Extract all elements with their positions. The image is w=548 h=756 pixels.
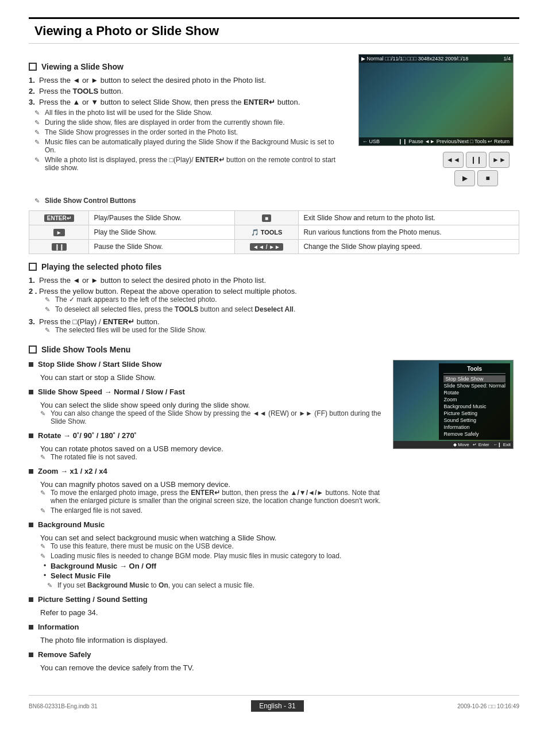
page-title: Viewing a Photo or Slide Show (34, 24, 219, 38)
rotate: Rotate → 0˚/ 90˚ / 180˚ / 270˚ You can r… (29, 431, 381, 461)
page-container: Viewing a Photo or Slide Show Viewing a … (0, 0, 548, 746)
tools-menu-overlay: Tools Stop Slide Show Slide Show Speed :… (439, 363, 510, 440)
top-section: Viewing a Slide Show 1. Press the ◄ or ►… (29, 54, 519, 189)
menu-item-stop: Stop Slide Show (443, 375, 505, 382)
play-step-1: 1. Press the ◄ or ► button to select the… (29, 276, 519, 285)
bullet-icon-6 (29, 597, 33, 602)
control-table: ENTER↵ Play/Pauses the Slide Show. ■ Exi… (29, 210, 519, 254)
remove-safely: Remove Safely You can remove the device … (29, 650, 381, 672)
photo-bottom-bar: ← USB ❙❙ Pause ◄► Previous/Next □ Tools … (359, 137, 513, 145)
slideshow-speed: Slide Show Speed → Normal / Slow / Fast … (29, 387, 381, 425)
control-row-2: ► Play the Slide Show. 🎵 TOOLS Run vario… (29, 225, 519, 240)
stop-btn[interactable]: ■ (477, 170, 498, 186)
playing-files-header: Playing the selected photo files (29, 262, 519, 271)
menu-item-info: Information (443, 424, 505, 431)
viewing-notes: ✎ During the slide show, files are displ… (34, 118, 347, 172)
stop-key: ■ (234, 211, 299, 225)
bullet-icon-2 (29, 390, 33, 394)
play-key: ► (29, 225, 89, 240)
photo-display: ▶ Normal □□/11/1□ □□□ 3048x2432 2009/□/1… (358, 54, 514, 146)
enter-key: ENTER↵ (29, 211, 89, 225)
bullet-icon-5 (29, 523, 33, 527)
page-footer: BN68-02331B-Eng.indb 31 English - 31 200… (29, 695, 519, 712)
tools-key: 🎵 TOOLS (234, 225, 299, 240)
rewind-btn[interactable]: ◄◄ (443, 152, 464, 168)
pause-desc: Pause the Slide Show. (89, 240, 234, 254)
viewing-slideshow-header: Viewing a Slide Show (29, 62, 347, 71)
remote-row-1: ◄◄ ❙❙ ►► (439, 152, 514, 168)
footer-date: 2009-10-26 □□ 10:16:49 (457, 703, 519, 709)
menu-item-remove: Remove Safely (443, 431, 505, 438)
tools-title: Tools (443, 366, 505, 374)
ffwd-btn[interactable]: ►► (489, 152, 510, 168)
remote-buttons: ◄◄ ❙❙ ►► ▶ ■ (439, 152, 514, 186)
playing-files-title: Playing the selected photo files (41, 262, 161, 271)
bullet-icon-3 (29, 433, 33, 438)
footer-file: BN68-02331B-Eng.indb 31 (29, 703, 98, 709)
stop-slideshow: Stop Slide Show / Start Slide Show You c… (29, 360, 381, 382)
remote-row-2: ▶ ■ (439, 170, 514, 186)
speed-desc: Change the Slide Show playing speed. (299, 240, 519, 254)
play-desc: Play the Slide Show. (89, 225, 234, 240)
bullet-icon-4 (29, 469, 33, 474)
information: Information The photo file information i… (29, 623, 381, 644)
checkbox-icon-3 (29, 346, 37, 354)
tools-desc: Run various functions from the Photo men… (299, 225, 519, 240)
step-3: 3. Press the ▲ or ▼ button to select Sli… (29, 98, 347, 106)
top-right: ▶ Normal □□/11/1□ □□□ 3048x2432 2009/□/1… (358, 54, 519, 189)
bullet-icon (29, 362, 33, 367)
checkbox-icon (29, 63, 37, 71)
step-1: 1. Press the ◄ or ► button to select the… (29, 76, 347, 85)
menu-item-rotate: Rotate (443, 389, 505, 396)
bullet-icon-7 (29, 625, 33, 630)
zoom: Zoom → x1 / x2 / x4 You can magnify phot… (29, 467, 381, 515)
playing-steps: 1. Press the ◄ or ► button to select the… (29, 276, 519, 336)
viewing-slideshow-title: Viewing a Slide Show (41, 62, 124, 71)
play-step-2: 2 . Press the yellow button. Repeat the … (29, 287, 519, 315)
menu-item-picture: Picture Setting (443, 410, 505, 417)
tools-menu-footer: ◆ Move ↵ Enter ←❙ Exit (393, 441, 513, 448)
pause-key: ❙❙ (29, 240, 89, 254)
picture-sound-setting: Picture Setting / Sound Setting Refer to… (29, 595, 381, 617)
tools-menu-box: Tools Stop Slide Show Slide Show Speed :… (393, 360, 514, 449)
speed-key: ◄◄ / ►► (234, 240, 299, 254)
menu-item-zoom: Zoom (443, 396, 505, 403)
checkbox-icon-2 (29, 263, 37, 271)
footer-page-badge: English - 31 (251, 700, 303, 712)
viewing-steps: 1. Press the ◄ or ► button to select the… (29, 76, 347, 106)
photo-info-bar: ▶ Normal □□/11/1□ □□□ 3048x2432 2009/□/1… (359, 55, 513, 63)
play-step-3: 3. Press the □(Play) / ENTER↵ button. ✎ … (29, 317, 519, 336)
play-btn[interactable]: ▶ (454, 170, 475, 186)
all-files-note: ✎ All files in the photo list will be us… (34, 109, 347, 117)
bottom-left: Stop Slide Show / Start Slide Show You c… (29, 360, 381, 678)
menu-item-speed: Slide Show Speed : Normal (443, 382, 505, 389)
step-2: 2. Press the TOOLS button. (29, 87, 347, 95)
control-row-1: ENTER↵ Play/Pauses the Slide Show. ■ Exi… (29, 211, 519, 225)
menu-item-bgm: Background Music (443, 403, 505, 410)
bottom-section: Stop Slide Show / Start Slide Show You c… (29, 360, 519, 678)
tools-menu-header: Slide Show Tools Menu (29, 345, 519, 354)
bottom-right: Tools Stop Slide Show Slide Show Speed :… (393, 360, 519, 678)
tools-menu-bg: Tools Stop Slide Show Slide Show Speed :… (393, 360, 513, 441)
control-row-3: ❙❙ Pause the Slide Show. ◄◄ / ►► Change … (29, 240, 519, 254)
bullet-icon-8 (29, 653, 33, 657)
background-music: Background Music You can set and select … (29, 520, 381, 589)
menu-item-sound: Sound Setting (443, 417, 505, 424)
top-left: Viewing a Slide Show 1. Press the ◄ or ►… (29, 54, 347, 174)
pause-btn[interactable]: ❙❙ (466, 152, 487, 168)
tools-menu-title: Slide Show Tools Menu (41, 345, 130, 354)
enter-desc: Play/Pauses the Slide Show. (89, 211, 234, 225)
stop-desc: Exit Slide Show and return to the photo … (299, 211, 519, 225)
control-buttons-note: ✎ Slide Show Control Buttons (29, 197, 519, 205)
page-title-bar: Viewing a Photo or Slide Show (29, 17, 519, 44)
